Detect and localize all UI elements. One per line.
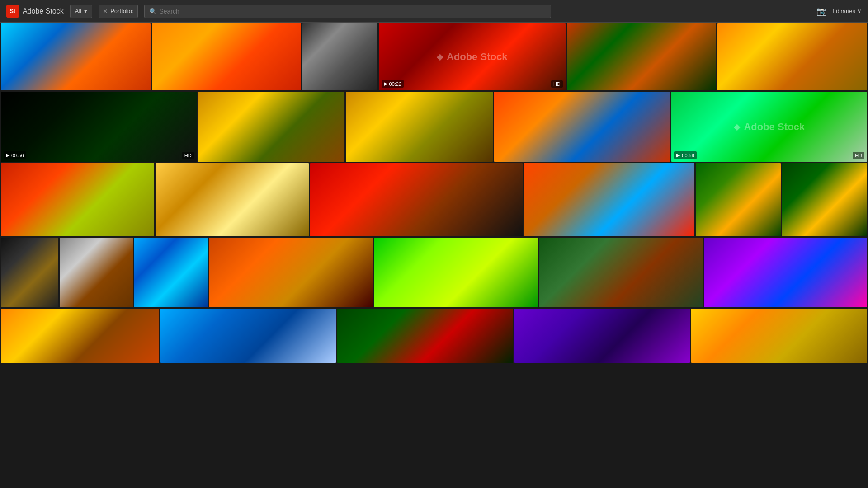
list-item[interactable] (60, 238, 133, 307)
list-item[interactable] (524, 163, 694, 236)
watermark-text: Adobe Stock (744, 121, 804, 133)
list-item[interactable] (514, 309, 690, 363)
search-bar[interactable]: 🔍 (144, 5, 551, 18)
watermark: ◆ Adobe Stock (734, 121, 804, 133)
list-item[interactable]: ◆ Adobe Stock ▶ 00:22 HD (379, 23, 566, 90)
video-duration: 00:56 (11, 153, 24, 158)
list-item[interactable] (160, 309, 336, 363)
filter-dropdown[interactable]: All ▾ (70, 5, 92, 18)
list-item[interactable] (156, 163, 309, 236)
video-camera-icon: ▶ (6, 152, 9, 158)
libraries-button[interactable]: Libraries ∨ (833, 8, 862, 14)
portfolio-label: Portfolio: (110, 8, 133, 14)
list-item[interactable] (209, 238, 373, 307)
list-item[interactable]: ◆ Adobe Stock ▶ 00:59 HD (671, 92, 867, 162)
grid-row-4 (1, 238, 867, 307)
list-item[interactable] (704, 238, 868, 307)
portfolio-close[interactable]: ✕ (103, 8, 108, 15)
grid-row-5 (1, 309, 867, 363)
grid-row-2: ▶ 00:56 HD ◆ Adobe Stock ▶ 00:5 (1, 92, 867, 162)
list-item[interactable] (1, 309, 159, 363)
camera-search-button[interactable]: 📷 (816, 6, 826, 16)
grid-row-1: ◆ Adobe Stock ▶ 00:22 HD (1, 23, 867, 90)
list-item[interactable]: ▶ 00:56 HD (1, 92, 197, 162)
video-duration-badge: ▶ 00:59 (674, 151, 697, 159)
libraries-label: Libraries (833, 8, 855, 14)
list-item[interactable] (782, 163, 867, 236)
list-item[interactable] (198, 92, 345, 162)
watermark-logo-icon: ◆ (734, 122, 740, 132)
video-duration: 00:22 (389, 81, 402, 87)
video-duration: 00:59 (682, 153, 694, 158)
video-duration-badge: ▶ 00:22 (382, 80, 404, 88)
filter-arrow-icon: ▾ (84, 8, 87, 14)
adobe-stock-logo: St (6, 5, 19, 18)
video-camera-icon: ▶ (676, 152, 680, 158)
video-camera-icon: ▶ (384, 81, 387, 87)
hd-badge: HD (853, 152, 864, 159)
list-item[interactable] (346, 92, 493, 162)
list-item[interactable] (374, 238, 538, 307)
list-item[interactable] (494, 92, 670, 162)
list-item[interactable] (691, 309, 867, 363)
list-item[interactable] (696, 163, 781, 236)
image-grid: ◆ Adobe Stock ▶ 00:22 HD ▶ 00:56 (0, 23, 868, 488)
list-item[interactable] (1, 23, 151, 90)
list-item[interactable] (717, 23, 867, 90)
hd-badge: HD (551, 80, 563, 88)
watermark-text: Adobe Stock (447, 51, 507, 63)
list-item[interactable] (1, 238, 58, 307)
portfolio-tag: ✕ Portfolio: (99, 5, 137, 18)
list-item[interactable] (567, 23, 717, 90)
list-item[interactable] (539, 238, 703, 307)
hd-badge: HD (182, 152, 194, 159)
watermark: ◆ Adobe Stock (437, 51, 507, 63)
list-item[interactable] (1, 163, 154, 236)
list-item[interactable] (152, 23, 302, 90)
libraries-chevron-icon: ∨ (857, 8, 862, 14)
search-input[interactable] (160, 8, 546, 15)
list-item[interactable] (310, 163, 523, 236)
grid-row-3 (1, 163, 867, 236)
app-title: Adobe Stock (23, 7, 64, 15)
app-header: St Adobe Stock All ▾ ✕ Portfolio: 🔍 📷 Li… (0, 0, 868, 23)
logo-area: St Adobe Stock (6, 5, 64, 18)
list-item[interactable] (302, 23, 377, 90)
search-icon: 🔍 (149, 8, 157, 15)
list-item[interactable] (337, 309, 513, 363)
filter-label: All (75, 8, 81, 14)
video-duration-badge: ▶ 00:56 (4, 151, 26, 159)
list-item[interactable] (134, 238, 208, 307)
watermark-logo-icon: ◆ (437, 52, 443, 62)
camera-icon: 📷 (816, 7, 826, 16)
